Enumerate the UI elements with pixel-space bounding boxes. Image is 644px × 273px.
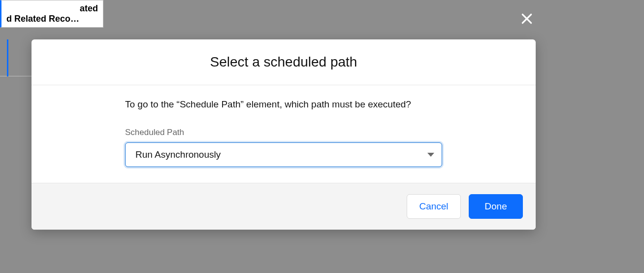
cancel-button-label: Cancel [419, 201, 448, 212]
cancel-button[interactable]: Cancel [407, 194, 461, 219]
scheduled-path-label: Scheduled Path [125, 128, 442, 137]
svg-marker-2 [427, 153, 434, 157]
scheduled-path-value: Run Asynchronously [135, 149, 221, 160]
flow-node-partial: ated d Related Reco… [0, 0, 103, 28]
close-button[interactable] [519, 12, 535, 28]
chevron-down-icon [427, 151, 435, 159]
modal-footer: Cancel Done [32, 183, 536, 230]
flow-node-line2: d Related Reco… [6, 14, 98, 24]
flow-node-line1: ated [6, 3, 98, 14]
modal-title: Select a scheduled path [41, 54, 526, 70]
scheduled-path-combobox[interactable]: Run Asynchronously [125, 142, 442, 167]
done-button-label: Done [484, 201, 507, 212]
modal-body: To go to the “Schedule Path” element, wh… [32, 85, 536, 183]
close-icon [520, 12, 533, 27]
flow-connector-vline [7, 39, 8, 76]
select-scheduled-path-modal: Select a scheduled path To go to the “Sc… [32, 39, 536, 230]
modal-prompt: To go to the “Schedule Path” element, wh… [125, 99, 442, 110]
modal-header: Select a scheduled path [32, 39, 536, 85]
done-button[interactable]: Done [469, 194, 523, 219]
